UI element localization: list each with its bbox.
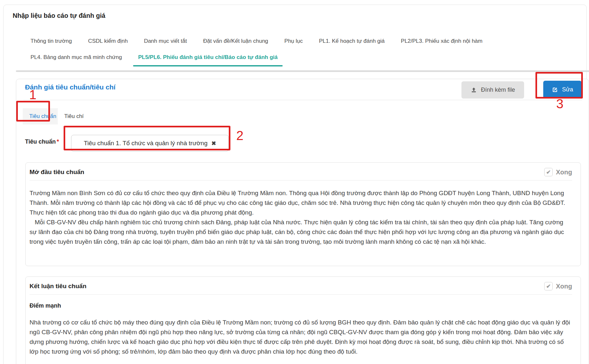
conclusion-card-body: Nhà trường có cơ cấu tổ chức bộ máy theo… <box>30 318 572 357</box>
intro-done-group: ✔ Xong <box>544 168 572 176</box>
strengths-heading: Điểm mạnh <box>30 302 572 309</box>
subtab-tieu-chuan[interactable]: Tiêu chuẩn <box>23 108 63 124</box>
conclusion-done-group: ✔ Xong <box>544 282 572 290</box>
conclusion-card-title: Kết luận tiêu chuẩn <box>30 283 86 290</box>
edit-button[interactable]: Sửa <box>543 81 582 99</box>
intro-paragraph-2: Mỗi CB-GV-NV đều chấp hành nghiêm túc ch… <box>30 217 572 247</box>
panel-title: Đánh giá tiêu chuẩn/tiêu chí <box>25 83 116 91</box>
page-title: Nhập liệu báo cáo tự đánh giá <box>13 12 105 19</box>
tab-phu-luc[interactable]: Phụ lục <box>284 37 303 45</box>
upload-icon <box>471 87 477 93</box>
standard-select-value: Tiêu chuẩn 1. Tổ chức và quản lý nhà trư… <box>84 140 207 147</box>
nav-tabs-row2: PL4. Bảng danh mục mã minh chứng PL5/PL6… <box>30 53 278 61</box>
tab-pl5-pl6-phieu-danh-gia[interactable]: PL5/PL6. Phiếu đánh giá tiêu chí/Báo cáo… <box>138 53 278 61</box>
check-icon[interactable]: ✔ <box>544 168 553 176</box>
standard-field-label: Tiêu chuẩn* <box>25 138 59 145</box>
intro-paragraph-1: Trường Mầm non Bình Sơn có đủ cơ cấu tổ … <box>30 188 572 217</box>
intro-card-title: Mở đầu tiêu chuẩn <box>30 169 84 176</box>
conclusion-done-label: Xong <box>556 283 572 290</box>
standard-select[interactable]: Tiêu chuẩn 1. Tổ chức và quản lý nhà trư… <box>71 135 229 152</box>
tab-dat-van-de-ket-luan-chung[interactable]: Đặt vấn đề/Kết luận chung <box>202 37 269 45</box>
evaluation-panel: Đánh giá tiêu chuẩn/tiêu chí Đính kèm fi… <box>16 79 589 364</box>
required-asterisk: * <box>57 138 59 145</box>
tab-pl4-ma-minh-chung[interactable]: PL4. Bảng danh mục mã minh chứng <box>30 53 123 61</box>
main-container: Nhập liệu báo cáo tự đánh giá Thông tin … <box>3 5 587 364</box>
intro-card-header: Mở đầu tiêu chuẩn ✔ Xong <box>30 168 572 176</box>
tab-thong-tin-truong[interactable]: Thông tin trường <box>30 37 72 45</box>
conclusion-card-header: Kết luận tiêu chuẩn ✔ Xong <box>30 282 572 290</box>
tab-pl1-ke-hoach[interactable]: PL1. Kế hoạch tự đánh giá <box>318 37 385 45</box>
tabs-divider-bar <box>16 70 589 72</box>
intro-standard-card: Mở đầu tiêu chuẩn ✔ Xong Trường Mầm non … <box>25 162 581 266</box>
intro-done-label: Xong <box>556 169 572 176</box>
edit-label: Sửa <box>562 86 573 93</box>
strengths-paragraph: Nhà trường có cơ cấu tổ chức bộ máy theo… <box>30 318 572 357</box>
tab-pl2-pl3-noi-ham[interactable]: PL2/PL3. Phiếu xác định nội hàm <box>400 37 483 45</box>
conclusion-card-divider <box>30 294 572 295</box>
subtab-tieu-chi[interactable]: Tiêu chí <box>58 108 90 124</box>
clear-icon[interactable]: ✖ <box>211 140 216 147</box>
tab-csdl-kiem-dinh[interactable]: CSDL kiểm định <box>87 37 128 45</box>
attach-file-button[interactable]: Đính kèm file <box>461 81 524 99</box>
tab-danh-muc-viet-tat[interactable]: Danh mục viết tắt <box>143 37 188 45</box>
conclusion-standard-card: Kết luận tiêu chuẩn ✔ Xong Điểm mạnh Nhà… <box>25 276 581 364</box>
nav-tabs-row1: Thông tin trường CSDL kiểm định Danh mục… <box>30 37 483 45</box>
edit-icon <box>552 87 558 93</box>
intro-card-divider <box>30 180 572 181</box>
intro-card-body: Trường Mầm non Bình Sơn có đủ cơ cấu tổ … <box>30 188 572 247</box>
panel-header-divider <box>23 100 582 100</box>
check-icon[interactable]: ✔ <box>544 282 553 290</box>
attach-file-label: Đính kèm file <box>481 87 515 93</box>
